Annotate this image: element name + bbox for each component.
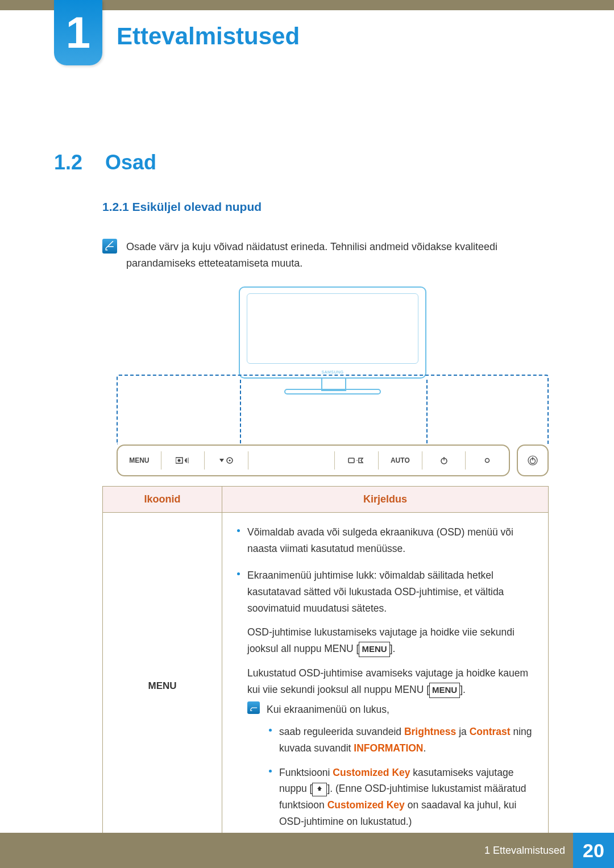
- page-number: 20: [573, 833, 614, 868]
- table-header-icons: Ikoonid: [103, 487, 222, 512]
- svg-rect-4: [349, 458, 354, 463]
- desc-bullet-2: Ekraanimenüü juhtimise lukk: võimaldab s…: [235, 567, 536, 838]
- monitor-diagram: SAMSUNG MENU AUTO: [117, 286, 549, 477]
- inner-bullet-1: saab reguleerida suvandeid Brightness ja…: [267, 724, 536, 757]
- section-number: 1.2: [54, 151, 82, 175]
- button-strip: MENU AUTO: [117, 445, 549, 476]
- inner-bullet-2: Funktsiooni Customized Key kasutamiseks …: [267, 765, 536, 830]
- svg-point-1: [177, 459, 180, 462]
- footer-chapter-ref: 1 Ettevalmistused: [484, 845, 565, 857]
- row-icon-menu: MENU: [103, 513, 222, 859]
- desc-bullet-1: Võimaldab avada või sulgeda ekraanikuva …: [235, 524, 536, 557]
- btn-power-icon: [422, 451, 466, 470]
- note-icon: [102, 239, 117, 254]
- row-desc-menu: Võimaldab avada või sulgeda ekraanikuva …: [222, 513, 548, 859]
- up-key-icon: [312, 783, 327, 796]
- svg-point-3: [229, 459, 231, 461]
- note-text: Osade värv ja kuju võivad näidatust erin…: [126, 239, 549, 272]
- subsection-heading: 1.2.1 Esiküljel olevad nupud: [102, 200, 262, 214]
- chapter-number-tab: 1: [54, 0, 102, 65]
- inner-note-icon: [247, 701, 260, 714]
- icons-table: Ikoonid Kirjeldus MENU Võimaldab avada v…: [102, 486, 549, 860]
- btn-auto: AUTO: [379, 451, 422, 470]
- chapter-title: Ettevalmistused: [117, 23, 300, 50]
- btn-blank: [248, 451, 335, 470]
- btn-source-icon: [335, 451, 379, 470]
- btn-bright-icon: [161, 451, 205, 470]
- btn-nav-icon: [205, 451, 248, 470]
- monitor-brand-label: SAMSUNG: [240, 370, 425, 374]
- svg-point-7: [486, 459, 489, 463]
- inner-note-intro: Kui ekraanimenüü on lukus,: [267, 701, 536, 718]
- btn-power-round: [517, 445, 549, 476]
- btn-menu: MENU: [118, 451, 161, 470]
- section-title: Osad: [105, 151, 156, 175]
- table-header-desc: Kirjeldus: [222, 487, 548, 512]
- btn-led-icon: [466, 451, 509, 470]
- page-footer: 1 Ettevalmistused 20: [0, 833, 614, 868]
